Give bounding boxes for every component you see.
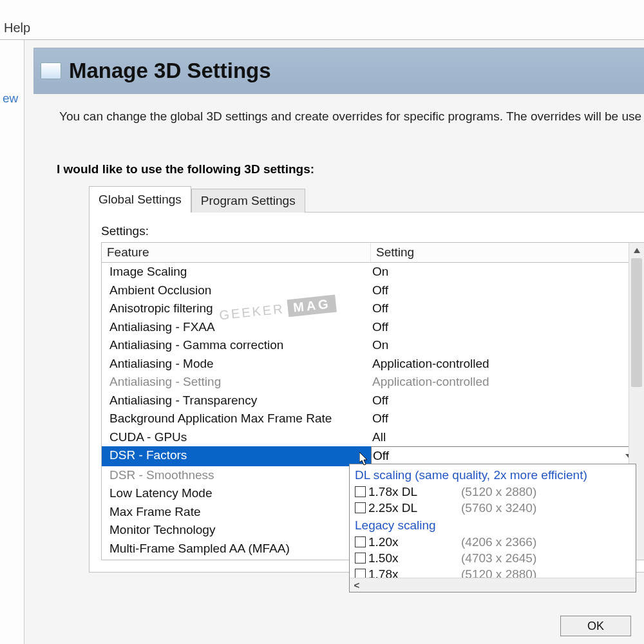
option-label: 1.20x bbox=[368, 534, 459, 550]
section-heading: I would like to use the following 3D set… bbox=[33, 130, 644, 185]
checkbox[interactable] bbox=[355, 553, 366, 564]
option-resolution: (5120 x 2880) bbox=[461, 484, 536, 500]
navigation-tree[interactable]: ew bbox=[0, 40, 24, 644]
setting-cell: Application-controlled bbox=[371, 373, 644, 392]
dsr-factors-dropdown[interactable]: DL scaling (same quality, 2x more effici… bbox=[349, 464, 636, 592]
dropdown-heading-dl: DL scaling (same quality, 2x more effici… bbox=[355, 466, 633, 484]
setting-cell: Off bbox=[371, 281, 644, 300]
feature-cell: Monitor Technology bbox=[102, 521, 371, 540]
table-row[interactable]: Anisotropic filteringOff bbox=[102, 299, 644, 318]
scroll-left-icon[interactable]: < bbox=[350, 578, 364, 592]
page-header: Manage 3D Settings bbox=[33, 48, 644, 94]
settings-icon bbox=[41, 62, 61, 79]
dropdown-option[interactable]: 1.50x(4703 x 2645) bbox=[355, 550, 633, 566]
dropdown-option[interactable]: 2.25x DL(5760 x 3240) bbox=[355, 500, 633, 516]
svg-marker-0 bbox=[634, 248, 640, 253]
cursor-icon bbox=[359, 452, 370, 466]
feature-cell: Low Latency Mode bbox=[102, 484, 371, 503]
feature-cell: Antialiasing - Transparency bbox=[102, 392, 371, 410]
setting-cell: Off bbox=[371, 299, 644, 318]
tab-global-settings[interactable]: Global Settings bbox=[89, 186, 191, 213]
option-label: 1.50x bbox=[368, 550, 459, 566]
table-row[interactable]: Antialiasing - FXAAOff bbox=[102, 318, 644, 337]
table-row[interactable]: Ambient OcclusionOff bbox=[102, 281, 644, 300]
scroll-thumb[interactable] bbox=[631, 258, 642, 387]
dropdown-option[interactable]: 1.78x DL(5120 x 2880) bbox=[355, 484, 633, 500]
table-row[interactable]: Image ScalingOn bbox=[102, 263, 644, 281]
feature-cell: Ambient Occlusion bbox=[102, 281, 371, 300]
dropdown-option[interactable]: 1.20x(4206 x 2366) bbox=[355, 534, 633, 550]
column-header-setting[interactable]: Setting bbox=[371, 243, 644, 262]
setting-cell[interactable]: Off bbox=[371, 446, 638, 466]
checkbox[interactable] bbox=[355, 536, 366, 547]
feature-cell: Antialiasing - FXAA bbox=[102, 318, 371, 337]
table-row[interactable]: Antialiasing - ModeApplication-controlle… bbox=[102, 355, 644, 374]
checkbox[interactable] bbox=[355, 502, 366, 513]
setting-cell: Application-controlled bbox=[371, 355, 644, 374]
checkbox[interactable] bbox=[355, 486, 366, 497]
column-header-feature[interactable]: Feature bbox=[102, 243, 371, 262]
table-row[interactable]: Antialiasing - SettingApplication-contro… bbox=[102, 373, 644, 392]
table-row[interactable]: Antialiasing - Gamma correctionOn bbox=[102, 336, 644, 355]
feature-cell: Antialiasing - Gamma correction bbox=[102, 336, 371, 355]
svg-marker-1 bbox=[359, 452, 367, 465]
setting-cell: Off bbox=[371, 318, 644, 337]
horizontal-scrollbar[interactable]: < bbox=[350, 578, 636, 592]
setting-cell: On bbox=[371, 263, 644, 281]
feature-cell: Image Scaling bbox=[102, 263, 371, 281]
setting-cell: On bbox=[371, 336, 644, 355]
option-label: 2.25x DL bbox=[368, 500, 459, 516]
feature-cell: DSR - Factors bbox=[102, 446, 371, 466]
table-row[interactable]: DSR - FactorsOff bbox=[102, 446, 644, 466]
setting-cell: Off bbox=[371, 392, 644, 410]
setting-cell: All bbox=[371, 428, 644, 447]
feature-cell: Multi-Frame Sampled AA (MFAA) bbox=[102, 540, 371, 558]
option-resolution: (4206 x 2366) bbox=[461, 534, 536, 550]
page-title: Manage 3D Settings bbox=[69, 59, 271, 83]
intro-text: You can change the global 3D settings an… bbox=[33, 94, 644, 130]
ok-button[interactable]: OK bbox=[560, 616, 631, 636]
table-row[interactable]: CUDA - GPUsAll bbox=[102, 428, 644, 447]
table-row[interactable]: Background Application Max Frame RateOff bbox=[102, 410, 644, 428]
option-label: 1.78x DL bbox=[368, 484, 459, 500]
feature-cell: Anisotropic filtering bbox=[102, 299, 371, 318]
feature-cell: CUDA - GPUs bbox=[102, 428, 371, 447]
settings-label: Settings: bbox=[101, 224, 644, 238]
feature-cell: Max Frame Rate bbox=[102, 503, 371, 522]
option-resolution: (4703 x 2645) bbox=[461, 550, 536, 566]
setting-cell: Off bbox=[371, 410, 644, 428]
table-row[interactable]: Antialiasing - TransparencyOff bbox=[102, 392, 644, 410]
feature-cell: Background Application Max Frame Rate bbox=[102, 410, 371, 428]
dropdown-heading-legacy: Legacy scaling bbox=[355, 516, 633, 534]
tab-program-settings[interactable]: Program Settings bbox=[191, 189, 305, 213]
scroll-up-icon[interactable] bbox=[629, 243, 644, 258]
feature-cell: Antialiasing - Mode bbox=[102, 355, 371, 374]
feature-cell: DSR - Smoothness bbox=[102, 466, 371, 485]
feature-cell: Antialiasing - Setting bbox=[102, 373, 371, 392]
menu-help[interactable]: Help bbox=[4, 21, 30, 35]
option-resolution: (5760 x 3240) bbox=[461, 500, 536, 516]
nav-fragment: ew bbox=[0, 91, 24, 106]
